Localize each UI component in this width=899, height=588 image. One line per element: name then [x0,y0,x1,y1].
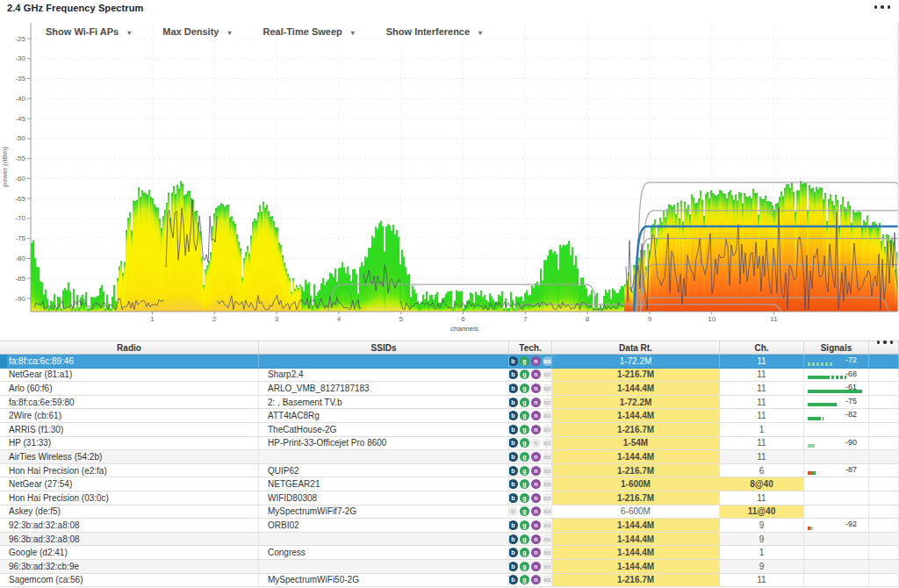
radio-cell: NetGear (81:a1) [0,369,259,382]
tech-b-icon: b [509,425,518,434]
data-rate-cell: 1-216.7M [552,491,720,505]
column-header-ssids[interactable]: SSIDs [259,341,509,354]
radio-cell: 92:3b:ad:32:a8:08 [0,519,259,532]
tech-n-icon: n [531,575,541,584]
signal-bar-segment [808,362,834,366]
signal-bar-segment [810,527,815,530]
svg-text:-65: -65 [15,195,25,203]
channel-cell: 9 [720,560,804,573]
column-header-datart[interactable]: Data Rt. [552,341,720,354]
table-row[interactable]: Sagemcom (ca:56)MySpectrumWiFi50-2Gbgnax… [0,574,899,588]
filler-cell [869,382,899,395]
tech-ax-icon: ax [543,452,552,462]
dot [877,341,881,344]
ssid-cell: MySpectrumWiFif7-2G [259,506,509,519]
svg-text:3: 3 [275,315,279,323]
filler-cell [869,546,899,559]
tech-n-icon: n [531,425,541,434]
radio-cell: 2Wire (cb:61) [0,409,259,422]
table-row[interactable]: 96:3b:ad:32:cb:9ebgnax1-144.4M9 [0,560,899,574]
table-row[interactable]: fa:8f:ca:6c:89:46bgnax1-72.2M11-72 [0,355,899,369]
show-interference-dropdown[interactable]: Show Interference ▾ [381,24,487,39]
data-rate-cell: 1-144.4M [552,546,720,559]
table-header: RadioSSIDsTech.Data Rt.Ch.Signals [0,341,899,355]
signal-bar [808,444,815,448]
radio-cell: 96:3b:ad:32:cb:9e [0,560,259,573]
channel-cell: 1 [720,546,804,559]
signal-cell: -68 [804,369,869,382]
svg-text:-90: -90 [15,295,25,303]
tech-ax-icon: ax [543,425,552,434]
column-header-radio[interactable]: Radio [0,341,259,354]
table-row[interactable]: ARRIS (f1:30)TheCatHouse-2Gbgnax1-216.7M… [0,423,899,437]
table-row[interactable]: NetGear (81:a1)Sharp2.4bgnax1-216.7M11-6… [0,369,899,383]
ssid-cell: MySpectrumWiFi50-2G [259,574,509,587]
signal-value: -87 [845,465,857,474]
tech-b-icon: b [509,506,518,516]
column-header-ch[interactable]: Ch. [720,341,804,354]
chevron-down-icon: ▾ [227,28,231,36]
tech-cell: bgnax [509,506,552,519]
signal-cell: -75 [804,396,869,409]
svg-text:-60: -60 [15,175,25,183]
spectrum-chart: -25-30-35-40-45-50-55-60-65-70-75-80-85-… [0,0,899,338]
real-time-sweep-dropdown[interactable]: Real-Time Sweep ▾ [257,24,359,39]
data-rate-cell: 1-216.7M [552,464,720,477]
table-options-menu-icon[interactable] [874,337,897,348]
column-header-signals[interactable]: Signals [804,341,869,354]
table-row[interactable]: Askey (de:f5)MySpectrumWiFif7-2Gbgnax6-6… [0,506,899,520]
tech-n-icon: n [531,369,541,379]
table-row[interactable]: 92:3b:ad:32:a8:08ORBI02bgnax1-144.4M9-92 [0,519,899,533]
ssid-cell [259,533,509,546]
tech-g-icon: g [520,548,529,557]
signal-cell: -92 [804,519,869,532]
table-row[interactable]: Hon Hai Precision (03:0c)WIFID80308bgnax… [0,491,899,506]
max-density-dropdown[interactable]: Max Density ▾ [157,24,236,39]
signal-cell: -61 [804,382,869,395]
tech-g-icon: g [520,493,529,503]
tech-g-icon: g [520,575,529,584]
svg-text:2: 2 [212,315,217,323]
tech-g-icon: g [520,452,529,462]
tech-g-icon: g [520,369,529,379]
ap-table: RadioSSIDsTech.Data Rt.Ch.Signalsfa:8f:c… [0,341,899,587]
svg-text:8: 8 [586,315,590,323]
dropdown-label: Max Density [162,26,219,37]
table-row[interactable]: Google (d2:41)Congressbgnax1-144.4M1 [0,546,899,560]
signal-value: -90 [845,438,857,447]
svg-text:10: 10 [708,315,716,323]
tech-cell: bgnax [509,369,552,382]
tech-ax-icon: ax [543,369,552,379]
column-header-tech[interactable]: Tech. [509,341,552,354]
tech-ax-icon: ax [543,548,552,557]
ssid-cell [259,355,509,368]
data-rate-cell: 1-72.2M [552,396,720,409]
data-rate-cell: 1-144.4M [552,450,720,463]
svg-text:-45: -45 [15,115,25,123]
tech-b-icon: b [509,520,518,530]
filler-cell [869,355,899,368]
table-row[interactable]: HP (31:33)HP-Print-33-Officejet Pro 8600… [0,437,899,451]
filler-cell [869,491,899,505]
signal-cell [804,560,869,573]
table-row[interactable]: NetGear (27:54)NETGEAR21bgnax1-600M8@40 [0,477,899,491]
tech-g-icon: g [520,425,529,434]
table-row[interactable]: 96:3b:ad:32:a8:08bgnax1-144.4M9 [0,533,899,547]
table-row[interactable]: fa:8f:ca:6e:59:802: , Basement TV.bbgnax… [0,396,899,410]
tech-n-icon: n [531,562,541,571]
tech-cell: bgnax [509,574,552,587]
show-wifi-aps-dropdown[interactable]: Show Wi-Fi APs ▾ [40,24,136,39]
tech-ax-icon: ax [543,356,552,366]
radio-cell: Hon Hai Precision (03:0c) [0,491,259,505]
ssid-cell: ATT4tAC8Rg [259,409,509,422]
tech-cell: bgnax [509,355,552,368]
tech-b-icon: b [509,398,518,407]
table-row[interactable]: Arlo (60:f6)ARLO_VMB_8127187183bgnax1-14… [0,382,899,396]
table-row[interactable]: 2Wire (cb:61)ATT4tAC8Rgbgnax1-144.4M11-8… [0,409,899,423]
tech-n-icon: n [531,466,541,476]
table-row[interactable]: AirTies Wireless (54:2b)bgnax1-144.4M11 [0,450,899,464]
table-row[interactable]: Hon Hai Precision (e2:fa)QUIP62bgnax1-21… [0,464,899,478]
filler-cell [869,477,899,491]
data-rate-cell: 1-144.4M [552,382,720,395]
signal-cell [804,574,869,587]
